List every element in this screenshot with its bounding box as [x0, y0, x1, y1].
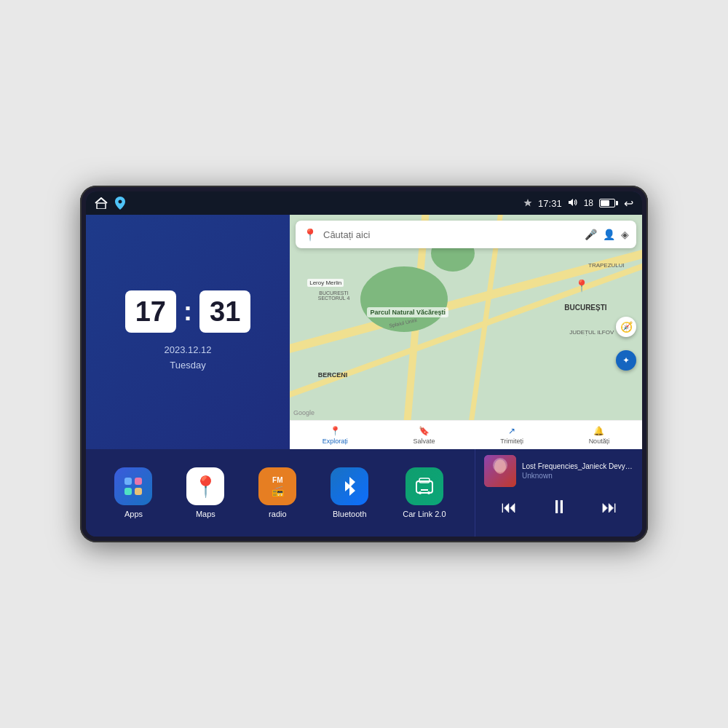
music-panel: Lost Frequencies_Janieck Devy-... Unknow… — [475, 449, 642, 537]
svg-point-5 — [427, 491, 430, 494]
share-icon: ↗ — [508, 426, 515, 436]
map-search-text[interactable]: Căutați aici — [323, 229, 579, 240]
maps-pin-icon: 📍 — [193, 475, 218, 499]
clock-panel: 17 : 31 2023.12.12 Tuesday — [86, 215, 290, 449]
maps-icon: 📍 — [186, 467, 224, 505]
map-nav-noutati[interactable]: 🔔 Noutăți — [589, 426, 610, 445]
map-nav-trimiteti[interactable]: ↗ Trimiteți — [500, 426, 523, 445]
map-compass-button[interactable]: 🧭 — [616, 317, 636, 337]
map-nav-noutati-label: Noutăți — [589, 438, 610, 445]
map-label-splai: Splaiul Unirii — [388, 317, 417, 328]
map-nav-trimiteti-label: Trimiteți — [500, 438, 523, 445]
map-label-leroy: Leroy Merlin — [307, 279, 344, 287]
back-button[interactable]: ↩ — [624, 197, 633, 210]
carlink-icon — [405, 467, 443, 505]
radio-icon: FM 📻 — [258, 467, 296, 505]
top-section: 17 : 31 2023.12.12 Tuesday — [86, 215, 642, 449]
clock-colon: : — [183, 296, 192, 327]
music-play-pause-button[interactable]: ⏸ — [550, 496, 569, 518]
account-icon[interactable]: 👤 — [603, 229, 615, 240]
apps-grid — [117, 470, 149, 502]
bluetooth-icon — [331, 467, 368, 505]
svg-point-8 — [494, 459, 506, 474]
map-search-bar[interactable]: 📍 Căutați aici 🎤 👤 ◈ — [296, 221, 636, 248]
map-panel[interactable]: Parcul Natural Văcărești Leroy Merlin BE… — [290, 215, 642, 449]
app-item-maps[interactable]: 📍 Maps — [186, 467, 224, 518]
grid-dot — [124, 478, 132, 485]
map-search-icons: 🎤 👤 ◈ — [585, 229, 629, 240]
explore-icon: 📍 — [330, 426, 341, 436]
map-nav-explorati[interactable]: 📍 Explorați — [323, 426, 348, 445]
battery-icon — [599, 199, 618, 207]
car-display-device: 17:31 18 ↩ — [80, 186, 648, 542]
clock-date: 2023.12.12 Tuesday — [164, 343, 211, 373]
clock-display: 17 : 31 — [125, 290, 251, 333]
map-label-sector: BUCUREȘTISECTORUL 4 — [318, 290, 350, 301]
radio-inner: FM 📻 — [272, 476, 284, 496]
app-label-radio: radio — [269, 510, 286, 518]
google-maps-logo: Google — [293, 409, 314, 416]
map-label-bucuresti: BUCUREȘTI — [564, 304, 606, 312]
map-nav-salvate[interactable]: 🔖 Salvate — [414, 426, 435, 445]
device-screen: 17:31 18 ↩ — [86, 191, 642, 537]
map-label-ilfov: JUDEȚUL ILFOV — [569, 329, 614, 336]
home-icon[interactable] — [95, 197, 108, 209]
main-content: 17 : 31 2023.12.12 Tuesday — [86, 215, 642, 537]
music-artist: Unknown — [522, 472, 633, 480]
radio-wave-icon: 📻 — [272, 485, 284, 496]
app-label-bluetooth: Bluetooth — [333, 510, 366, 518]
status-right: 17:31 18 ↩ — [523, 197, 633, 210]
app-label-maps: Maps — [196, 510, 215, 518]
music-thumbnail — [484, 455, 516, 487]
map-bottom-nav: 📍 Explorați 🔖 Salvate ↗ Trimiteți 🔔 — [290, 420, 642, 449]
app-item-radio[interactable]: FM 📻 radio — [258, 467, 296, 518]
app-item-bluetooth[interactable]: Bluetooth — [331, 467, 368, 518]
gps-icon — [523, 198, 532, 209]
map-label-trapez: TRAPEZULUI — [588, 262, 625, 269]
music-info: Lost Frequencies_Janieck Devy-... Unknow… — [484, 455, 633, 487]
music-title: Lost Frequencies_Janieck Devy-... — [522, 462, 633, 470]
grid-dot — [135, 488, 142, 495]
svg-rect-0 — [97, 203, 106, 209]
music-controls: ⏮ ⏸ ⏭ — [484, 493, 633, 521]
status-bar: 17:31 18 ↩ — [86, 191, 642, 215]
grid-dot — [124, 488, 132, 495]
map-nav-explorati-label: Explorați — [323, 438, 348, 445]
app-label-carlink: Car Link 2.0 — [403, 510, 446, 518]
layers-icon[interactable]: ◈ — [621, 229, 629, 240]
apps-row: Apps 📍 Maps FM 📻 — [86, 449, 475, 537]
music-next-button[interactable]: ⏭ — [601, 498, 617, 517]
save-icon: 🔖 — [419, 426, 430, 436]
radio-fm-text: FM — [272, 476, 282, 484]
bottom-section: Apps 📍 Maps FM 📻 — [86, 449, 642, 537]
app-item-carlink[interactable]: Car Link 2.0 — [403, 467, 446, 518]
volume-level: 18 — [584, 198, 593, 208]
map-navigate-button[interactable]: ✦ — [616, 350, 636, 371]
map-pin-icon: 📍 — [574, 279, 589, 293]
map-visual: Parcul Natural Văcărești Leroy Merlin BE… — [290, 254, 642, 420]
volume-icon[interactable] — [568, 198, 578, 209]
music-prev-button[interactable]: ⏮ — [501, 498, 517, 517]
map-search-pin-icon: 📍 — [303, 228, 317, 242]
status-time: 17:31 — [538, 198, 562, 209]
music-text: Lost Frequencies_Janieck Devy-... Unknow… — [522, 462, 633, 480]
app-item-apps[interactable]: Apps — [114, 467, 152, 518]
clock-minutes: 31 — [199, 290, 250, 333]
apps-icon — [114, 467, 152, 505]
clock-hours: 17 — [125, 290, 176, 333]
app-label-apps: Apps — [124, 510, 143, 518]
status-left — [95, 197, 125, 210]
news-icon: 🔔 — [593, 426, 604, 436]
map-nav-salvate-label: Salvate — [414, 438, 435, 445]
maps-status-icon[interactable] — [115, 197, 125, 210]
microphone-icon[interactable]: 🎤 — [585, 229, 597, 240]
map-label-parcul: Parcul Natural Văcărești — [367, 307, 448, 317]
grid-dot — [135, 478, 142, 485]
svg-point-4 — [419, 491, 422, 494]
map-label-berceni: BERCENI — [318, 371, 348, 379]
